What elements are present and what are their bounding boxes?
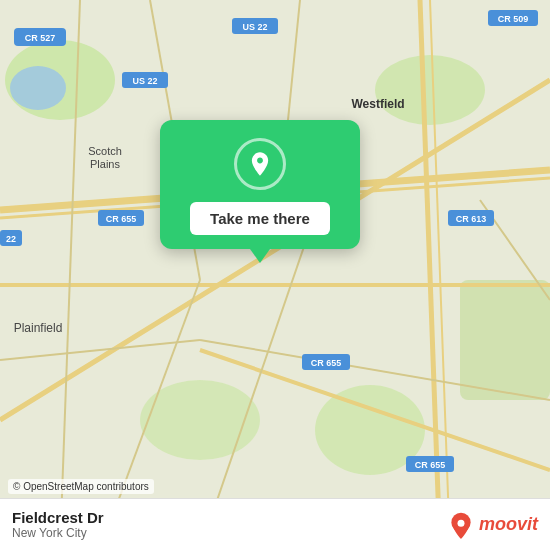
svg-text:Westfield: Westfield: [351, 97, 404, 111]
svg-text:Plains: Plains: [90, 158, 120, 170]
svg-text:22: 22: [6, 234, 16, 244]
svg-text:CR 613: CR 613: [456, 214, 487, 224]
svg-point-6: [10, 66, 66, 110]
bottom-bar: Fieldcrest Dr New York City moovit: [0, 498, 550, 550]
osm-credit: © OpenStreetMap contributors: [8, 479, 154, 494]
svg-text:US 22: US 22: [132, 76, 157, 86]
moovit-logo-icon: [447, 511, 475, 539]
svg-text:CR 655: CR 655: [106, 214, 137, 224]
map-background: CR 527 US 22 CR 509 US 22 Westfield Scot…: [0, 0, 550, 550]
svg-text:CR 655: CR 655: [415, 460, 446, 470]
svg-text:US 22: US 22: [242, 22, 267, 32]
svg-point-2: [375, 55, 485, 125]
svg-text:Plainfield: Plainfield: [14, 321, 63, 335]
map-container: CR 527 US 22 CR 509 US 22 Westfield Scot…: [0, 0, 550, 550]
location-pin-icon: [234, 138, 286, 190]
svg-text:Scotch: Scotch: [88, 145, 122, 157]
take-me-there-button[interactable]: Take me there: [190, 202, 330, 235]
location-name: Fieldcrest Dr: [12, 509, 447, 526]
svg-rect-3: [460, 280, 550, 400]
svg-text:CR 527: CR 527: [25, 33, 56, 43]
moovit-logo: moovit: [447, 511, 538, 539]
moovit-brand-text: moovit: [479, 514, 538, 535]
svg-text:CR 509: CR 509: [498, 14, 529, 24]
svg-point-45: [457, 519, 464, 526]
location-city: New York City: [12, 526, 447, 540]
bottom-bar-location: Fieldcrest Dr New York City: [12, 509, 447, 540]
svg-text:CR 655: CR 655: [311, 358, 342, 368]
popup-card: Take me there: [160, 120, 360, 249]
